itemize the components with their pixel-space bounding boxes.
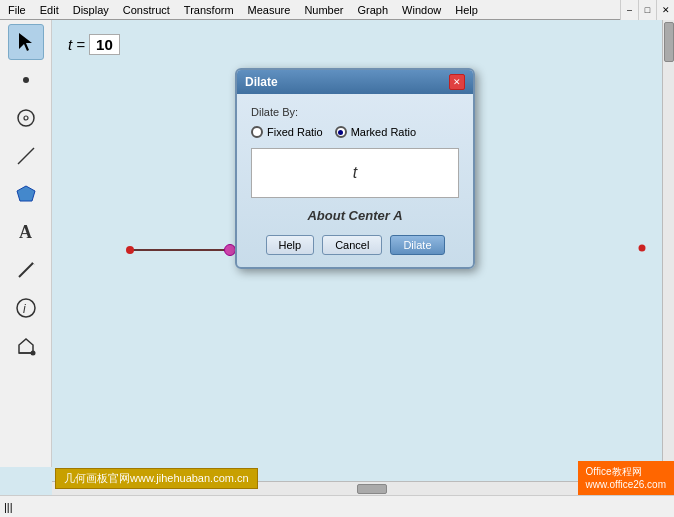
menu-window[interactable]: Window [396, 3, 447, 17]
info-tool[interactable]: i [8, 290, 44, 326]
svg-marker-0 [19, 33, 32, 51]
vertical-scroll-thumb[interactable] [664, 22, 674, 62]
dialog-close-button[interactable]: ✕ [449, 74, 465, 90]
center-label: About Center A [251, 208, 459, 223]
horizontal-scroll-thumb[interactable] [357, 484, 387, 494]
dialog-body: Dilate By: Fixed Ratio Marked Ratio t Ab… [237, 94, 473, 267]
t-variable-name: t = [68, 36, 85, 53]
menu-number[interactable]: Number [298, 3, 349, 17]
dilate-dialog: Dilate ✕ Dilate By: Fixed Ratio Marked R… [235, 68, 475, 269]
svg-point-12 [30, 351, 35, 356]
svg-line-4 [18, 148, 34, 164]
t-label: t = 10 [68, 34, 120, 55]
menu-transform[interactable]: Transform [178, 3, 240, 17]
menubar: File Edit Display Construct Transform Me… [0, 0, 674, 20]
center-point: A [393, 208, 402, 223]
banner-left: 几何画板官网www.jihehuaban.com.cn [55, 468, 258, 489]
dialog-titlebar: Dilate ✕ [237, 70, 473, 94]
fixed-ratio-label: Fixed Ratio [267, 126, 323, 138]
svg-point-3 [24, 116, 28, 120]
about-center-text: About Center [307, 208, 389, 223]
svg-text:i: i [23, 302, 26, 316]
close-button[interactable]: ✕ [656, 0, 674, 20]
marker-tool[interactable] [8, 252, 44, 288]
svg-point-15 [225, 245, 236, 256]
select-tool[interactable] [8, 24, 44, 60]
svg-point-1 [23, 77, 29, 83]
t-value-box: 10 [89, 34, 120, 55]
svg-point-16 [639, 245, 646, 252]
marked-ratio-label: Marked Ratio [351, 126, 416, 138]
banner-right: Office教程网 www.office26.com [578, 461, 674, 495]
ratio-input-area[interactable]: t [251, 148, 459, 198]
dialog-buttons: Help Cancel Dilate [251, 235, 459, 255]
menu-file[interactable]: File [2, 3, 32, 17]
svg-point-2 [18, 110, 34, 126]
menu-display[interactable]: Display [67, 3, 115, 17]
dilate-button[interactable]: Dilate [390, 235, 444, 255]
svg-line-6 [19, 263, 33, 277]
svg-marker-10 [19, 339, 33, 353]
fixed-ratio-radio[interactable] [251, 126, 263, 138]
window-controls: – □ ✕ [620, 0, 674, 20]
menu-help[interactable]: Help [449, 3, 484, 17]
dilate-by-label: Dilate By: [251, 106, 459, 118]
banner-right-line2: www.office26.com [586, 478, 666, 491]
svg-point-8 [17, 299, 35, 317]
compass-tool[interactable] [8, 100, 44, 136]
scroll-indicator: ||| [4, 501, 13, 513]
marked-ratio-option[interactable]: Marked Ratio [335, 126, 416, 138]
menu-measure[interactable]: Measure [242, 3, 297, 17]
menu-graph[interactable]: Graph [352, 3, 395, 17]
maximize-button[interactable]: □ [638, 0, 656, 20]
text-tool[interactable]: A [8, 214, 44, 250]
right-scrollbar[interactable] [662, 20, 674, 467]
svg-marker-5 [17, 186, 35, 201]
polygon-tool[interactable] [8, 176, 44, 212]
radio-group: Fixed Ratio Marked Ratio [251, 126, 459, 138]
left-toolbar: A i [0, 20, 52, 467]
marked-ratio-radio[interactable] [335, 126, 347, 138]
statusbar: ||| [0, 495, 674, 517]
minimize-button[interactable]: – [620, 0, 638, 20]
dialog-title: Dilate [245, 75, 278, 89]
line-tool[interactable] [8, 138, 44, 174]
menu-edit[interactable]: Edit [34, 3, 65, 17]
svg-point-14 [126, 246, 134, 254]
point-tool[interactable] [8, 62, 44, 98]
banner-right-line1: Office教程网 [586, 465, 666, 478]
cancel-button[interactable]: Cancel [322, 235, 382, 255]
fixed-ratio-option[interactable]: Fixed Ratio [251, 126, 323, 138]
custom-tool[interactable] [8, 328, 44, 364]
menu-construct[interactable]: Construct [117, 3, 176, 17]
help-button[interactable]: Help [266, 235, 315, 255]
ratio-value: t [353, 164, 357, 182]
